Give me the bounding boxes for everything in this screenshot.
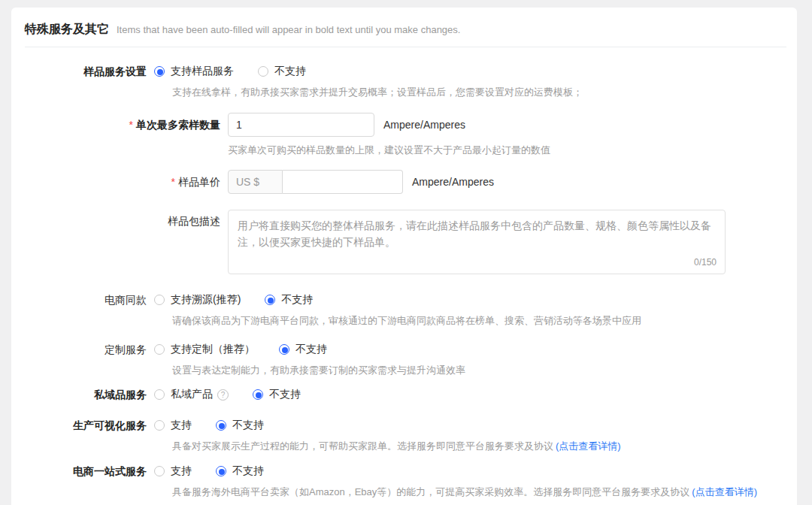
sample-desc-textarea-wrap: 0/150 (228, 210, 726, 274)
sample-price-input-group: US $ (228, 170, 403, 194)
radio-option-label: 支持 (171, 419, 192, 432)
radio-option-label: 不支持 (281, 293, 313, 307)
question-mark-icon[interactable]: ? (217, 389, 229, 401)
char-counter: 0/150 (694, 257, 717, 268)
sample-price-label: *样品单价 (11, 170, 220, 194)
sample-service-radio-group: 支持样品服务 不支持 (154, 64, 797, 79)
radio-option-not-support-ecommerce-same[interactable]: 不支持 (265, 293, 313, 307)
radio-option-label: 不支持 (232, 464, 264, 478)
customization-label: 定制服务 (11, 342, 147, 377)
max-sample-qty-unit: Ampere/Amperes (383, 119, 465, 131)
form-row-sample-desc: 样品包描述 0/150 (11, 210, 797, 274)
radio-option-label: 不支持 (274, 65, 306, 78)
radio-selected-icon[interactable] (253, 389, 263, 400)
form-row-sample-service: 样品服务设置 支持样品服务 不支持 支持在线拿样，有助承接买家需求并提升交易概率… (11, 64, 797, 99)
radio-option-label: 不支持 (295, 343, 327, 356)
production-visual-help-body: 具备对买家展示生产过程的能力，可帮助买家跟单。选择服务即同意平台服务要求及协议 (172, 440, 553, 452)
ecommerce-onestop-label: 电商一站式服务 (11, 464, 147, 499)
radio-option-not-support-onestop[interactable]: 不支持 (216, 464, 264, 478)
ecommerce-same-label: 电商同款 (11, 292, 147, 328)
radio-unselected-icon[interactable] (154, 295, 165, 305)
radio-unselected-icon[interactable] (154, 466, 165, 476)
radio-option-support-onestop[interactable]: 支持 (154, 464, 192, 478)
customization-help-text: 设置与表达定制能力，有助承接需要订制的买家需求与提升沟通效率 (172, 364, 797, 377)
form-row-private-domain: 私域品服务 私域产品 ? 不支持 (11, 387, 797, 402)
radio-option-label: 私域产品 (171, 388, 213, 401)
radio-selected-icon[interactable] (216, 420, 226, 431)
max-sample-qty-help-text: 买家单次可购买的样品数量的上限，建议设置不大于产品最小起订量的数值 (228, 144, 797, 157)
ecommerce-onestop-help-body: 具备服务海外电商平台卖家（如Amazon，Ebay等）的能力，可提高买家采购效率… (172, 486, 689, 497)
view-details-link[interactable]: (点击查看详情) (556, 440, 621, 452)
special-services-card: 特殊服务及其它 Items that have been auto-filled… (11, 8, 797, 505)
ecommerce-onestop-help-text: 具备服务海外电商平台卖家（如Amazon，Ebay等）的能力，可提高买家采购效率… (172, 485, 797, 499)
max-sample-qty-label: *单次最多索样数量 (11, 113, 220, 157)
section-subtitle: Items that have been auto-filled will ap… (117, 24, 460, 35)
ecommerce-same-help-text: 请确保该商品为下游电商平台同款，审核通过的下游电商同款商品将在榜单、搜索、营销活… (172, 314, 797, 328)
sample-desc-label: 样品包描述 (11, 210, 220, 274)
max-sample-qty-input[interactable] (228, 113, 374, 137)
radio-option-label: 支持样品服务 (171, 65, 234, 78)
header-divider (25, 47, 786, 47)
customization-radio-group: 支持定制（推荐） 不支持 (154, 342, 797, 357)
sample-service-label: 样品服务设置 (11, 64, 147, 99)
radio-option-label: 支持溯源(推荐) (171, 293, 241, 307)
sample-desc-textarea[interactable] (228, 210, 726, 274)
section-header: 特殊服务及其它 Items that have been auto-filled… (11, 8, 797, 47)
form-row-production-visual: 生产可视化服务 支持 不支持 具备对买家展示生产过程的能力，可帮助买家跟单。选择… (11, 418, 797, 453)
form-row-max-sample-qty: *单次最多索样数量 Ampere/Amperes 买家单次可购买的样品数量的上限… (11, 113, 797, 157)
radio-option-label: 不支持 (232, 419, 264, 432)
radio-unselected-icon[interactable] (258, 66, 268, 77)
section-title: 特殊服务及其它 (25, 21, 109, 38)
radio-unselected-icon[interactable] (154, 420, 165, 431)
radio-option-support-trace[interactable]: 支持溯源(推荐) (154, 293, 241, 307)
radio-option-support-prodvis[interactable]: 支持 (154, 419, 192, 432)
radio-option-not-support-custom[interactable]: 不支持 (279, 343, 327, 356)
radio-unselected-icon[interactable] (154, 344, 165, 355)
ecommerce-onestop-radio-group: 支持 不支持 (154, 464, 797, 479)
required-asterisk: * (171, 176, 175, 188)
radio-selected-icon[interactable] (279, 344, 289, 355)
radio-selected-icon[interactable] (154, 66, 165, 77)
required-asterisk: * (129, 119, 133, 131)
view-details-link[interactable]: (点击查看详情) (692, 486, 757, 497)
max-sample-qty-label-text: 单次最多索样数量 (136, 119, 220, 131)
radio-option-not-support-sample-service[interactable]: 不支持 (258, 65, 306, 78)
radio-option-support-sample-service[interactable]: 支持样品服务 (154, 65, 234, 78)
radio-selected-icon[interactable] (216, 466, 226, 476)
radio-option-support-custom[interactable]: 支持定制（推荐） (154, 343, 255, 356)
production-visual-label: 生产可视化服务 (11, 418, 147, 453)
form-row-customization: 定制服务 支持定制（推荐） 不支持 设置与表达定制能力，有助承接需要订制的买家需… (11, 342, 797, 377)
radio-option-not-support-private[interactable]: 不支持 (253, 388, 301, 401)
currency-prefix: US $ (228, 170, 283, 194)
form-row-sample-price: *样品单价 US $ Ampere/Amperes (11, 170, 797, 194)
sample-price-unit: Ampere/Amperes (412, 176, 494, 188)
production-visual-help-text: 具备对买家展示生产过程的能力，可帮助买家跟单。选择服务即同意平台服务要求及协议(… (172, 440, 797, 453)
radio-option-not-support-prodvis[interactable]: 不支持 (216, 419, 264, 432)
radio-option-label: 支持定制（推荐） (171, 343, 255, 356)
radio-option-label: 不支持 (269, 388, 301, 401)
production-visual-radio-group: 支持 不支持 (154, 418, 797, 433)
form-row-ecommerce-onestop: 电商一站式服务 支持 不支持 具备服务海外电商平台卖家（如Amazon，Ebay… (11, 464, 797, 499)
radio-selected-icon[interactable] (265, 295, 275, 305)
ecommerce-same-radio-group: 支持溯源(推荐) 不支持 (154, 292, 797, 307)
radio-option-label: 支持 (171, 464, 192, 478)
radio-unselected-icon[interactable] (154, 389, 165, 400)
sample-price-label-text: 样品单价 (178, 176, 220, 188)
private-domain-label: 私域品服务 (11, 387, 147, 402)
private-domain-radio-group: 私域产品 ? 不支持 (154, 387, 797, 402)
radio-option-private-product[interactable]: 私域产品 ? (154, 388, 229, 401)
form-row-ecommerce-same: 电商同款 支持溯源(推荐) 不支持 请确保该商品为下游电商平台同款，审核通过的下… (11, 292, 797, 328)
sample-price-input[interactable] (283, 170, 403, 194)
sample-service-help-text: 支持在线拿样，有助承接买家需求并提升交易概率；设置样品后，您需要设置对应的运费模… (172, 86, 797, 99)
